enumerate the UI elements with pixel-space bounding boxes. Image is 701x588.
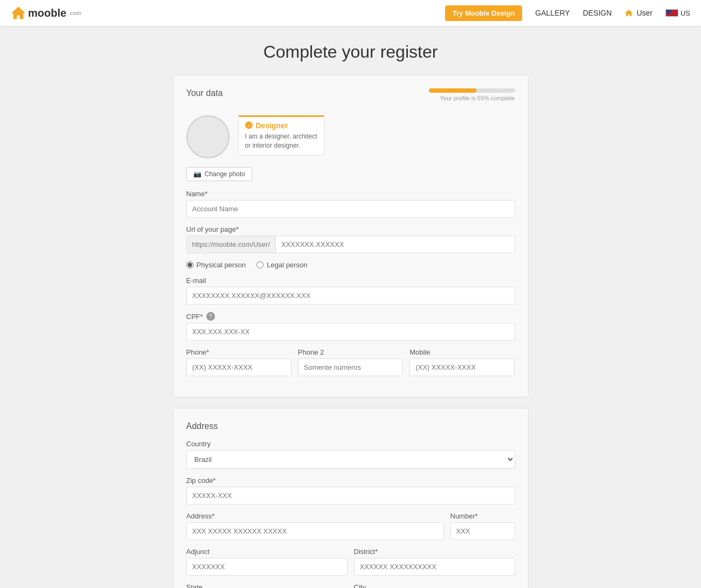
country-group: Country Brazil United States Other	[186, 440, 515, 469]
try-mooble-button[interactable]: Try Mooble Design	[445, 5, 523, 21]
cpf-group: CPF* ?	[186, 312, 515, 341]
number-input[interactable]	[450, 522, 515, 540]
number-group: Number*	[450, 512, 515, 540]
address-card: Address Country Brazil United States Oth…	[173, 408, 529, 588]
profile-header: Your data Your profile is 55% complete	[186, 88, 515, 107]
physical-person-label[interactable]: Physical person	[186, 261, 246, 269]
designer-desc: I am a designer, architect or interior d…	[245, 132, 317, 150]
state-group: State XXX XXXXXX XX XXX	[186, 583, 348, 588]
phone-group: Phone*	[186, 348, 291, 376]
number-label: Number*	[450, 512, 515, 520]
user-label: User	[636, 9, 653, 17]
cpf-input[interactable]	[186, 323, 515, 341]
language-selector[interactable]: US	[665, 9, 690, 17]
logo[interactable]: mooble .com	[11, 6, 445, 20]
state-city-row: State XXX XXXXXX XX XXX City XXXXX XX XX…	[186, 583, 515, 588]
progress-text: Your profile is 55% complete	[429, 95, 515, 101]
address-group: Address*	[186, 512, 444, 540]
your-data-card: Your data Your profile is 55% complete 🅐…	[173, 75, 529, 397]
svg-marker-0	[12, 7, 25, 19]
email-group: E-mail	[186, 276, 515, 305]
physical-person-radio[interactable]	[186, 261, 193, 268]
mobile-label: Mobile	[410, 348, 515, 356]
camera-icon: 📷	[193, 170, 202, 178]
phone2-input[interactable]	[298, 358, 403, 376]
district-label: District*	[354, 548, 515, 556]
name-group: Name*	[186, 190, 515, 218]
url-prefix: https://mooble.com/User/	[187, 236, 276, 253]
legal-person-label[interactable]: Legal person	[256, 261, 307, 269]
person-type-group: Physical person Legal person	[186, 261, 515, 269]
adjunct-district-row: Adjunct District*	[186, 548, 515, 576]
page-content: Complete your register Your data Your pr…	[162, 26, 539, 588]
zip-group: Zip code*	[186, 476, 515, 504]
phone2-label: Phone 2	[298, 348, 403, 356]
zip-label: Zip code*	[186, 476, 515, 485]
gallery-link[interactable]: GALLERY	[535, 9, 570, 17]
logo-com: .com	[68, 10, 81, 16]
your-data-title: Your data	[186, 88, 223, 98]
flag-icon	[665, 9, 678, 17]
url-label: Url of your page*	[186, 225, 515, 233]
legal-person-text: Legal person	[267, 261, 307, 269]
url-group: Url of your page* https://mooble.com/Use…	[186, 225, 515, 253]
city-label: City	[354, 583, 515, 588]
name-label: Name*	[186, 190, 515, 198]
designer-badge: 🅐 Designer I am a designer, architect or…	[238, 115, 324, 155]
phone-row: Phone* Phone 2 Mobile	[186, 348, 515, 384]
address-number-row: Address* Number*	[186, 512, 515, 540]
adjunct-label: Adjunct	[186, 548, 348, 556]
design-link[interactable]: DESIGN	[583, 9, 612, 17]
name-input[interactable]	[186, 200, 515, 218]
url-input-group: https://mooble.com/User/	[186, 236, 515, 253]
change-photo-label: Change photo	[205, 170, 245, 178]
mobile-group: Mobile	[410, 348, 515, 376]
phone-input[interactable]	[186, 358, 291, 376]
logo-text: mooble	[28, 7, 66, 19]
progress-bar-fill	[429, 88, 476, 93]
email-label: E-mail	[186, 276, 515, 285]
avatar	[186, 115, 230, 158]
city-group: City XXXXX XX XXX	[354, 583, 515, 588]
designer-label: Designer	[256, 121, 288, 130]
navbar-right: Try Mooble Design GALLERY DESIGN User US	[445, 5, 690, 21]
state-label: State	[186, 583, 348, 588]
user-menu[interactable]: User	[624, 9, 653, 17]
mobile-input[interactable]	[410, 358, 515, 376]
svg-marker-2	[625, 10, 633, 16]
cpf-label: CPF*	[186, 313, 203, 321]
phone2-group: Phone 2	[298, 348, 403, 376]
phone-label: Phone*	[186, 348, 291, 356]
navbar: mooble .com Try Mooble Design GALLERY DE…	[0, 0, 701, 26]
lang-label: US	[681, 9, 690, 17]
physical-person-text: Physical person	[197, 261, 246, 269]
home-icon	[624, 9, 633, 17]
adjunct-input[interactable]	[186, 558, 348, 576]
zip-input[interactable]	[186, 487, 515, 504]
email-input[interactable]	[186, 287, 515, 305]
district-input[interactable]	[354, 558, 515, 576]
address-title: Address	[186, 421, 515, 431]
avatar-section: 🅐 Designer I am a designer, architect or…	[186, 115, 515, 158]
legal-person-radio[interactable]	[256, 261, 263, 268]
cpf-label-row: CPF* ?	[186, 312, 515, 321]
country-label: Country	[186, 440, 515, 448]
logo-icon	[11, 6, 26, 20]
designer-badge-title: 🅐 Designer	[245, 121, 317, 130]
change-photo-button[interactable]: 📷 Change photo	[186, 167, 252, 181]
progress-section: Your profile is 55% complete	[429, 88, 515, 101]
adjunct-group: Adjunct	[186, 548, 348, 576]
url-suffix-input[interactable]	[276, 236, 515, 253]
district-group: District*	[354, 548, 515, 576]
page-title: Complete your register	[173, 42, 529, 62]
address-label: Address*	[186, 512, 444, 520]
country-select[interactable]: Brazil United States Other	[186, 450, 515, 469]
designer-icon: 🅐	[245, 121, 253, 130]
cpf-help-icon[interactable]: ?	[206, 312, 215, 321]
progress-bar-container	[429, 88, 515, 93]
address-input[interactable]	[186, 522, 444, 540]
